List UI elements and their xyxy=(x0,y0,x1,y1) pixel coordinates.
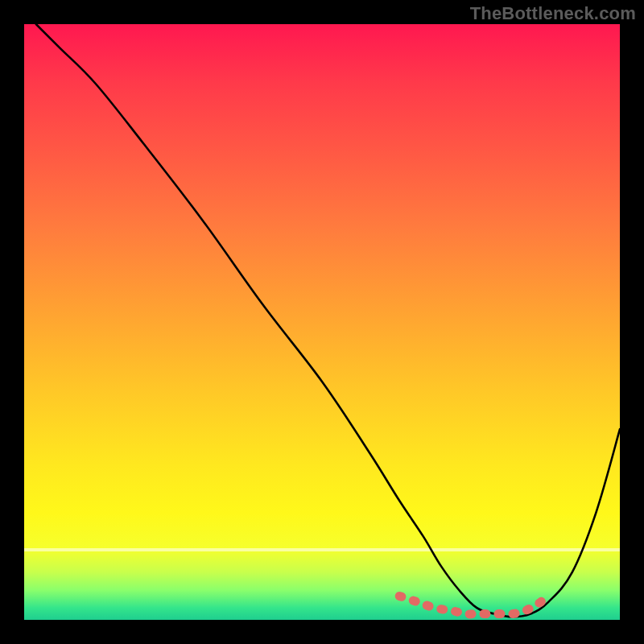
watermark-text: TheBottleneck.com xyxy=(470,3,636,24)
bottleneck-curve-path xyxy=(36,24,620,617)
chart-frame: TheBottleneck.com xyxy=(0,0,644,644)
curve-svg xyxy=(24,24,620,620)
plot-area xyxy=(24,24,620,620)
